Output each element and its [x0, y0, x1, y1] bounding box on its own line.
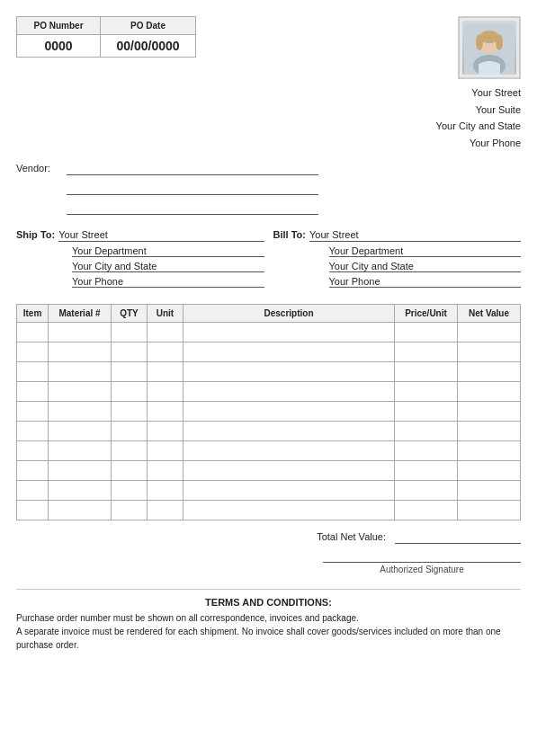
terms-title: TERMS AND CONDITIONS: [16, 597, 521, 608]
company-address: Your Street Your Suite Your City and Sta… [436, 84, 521, 152]
table-row [17, 440, 521, 460]
svg-point-5 [496, 34, 503, 50]
header-section: PO Number PO Date 0000 00/00/0000 [16, 16, 521, 152]
bill-to-city-state: Your City and State [329, 261, 522, 272]
company-suite: Your Suite [436, 102, 521, 119]
total-row: Total Net Value: [16, 529, 521, 544]
total-label: Total Net Value: [317, 531, 386, 542]
terms-line1: Purchase order number must be shown on a… [16, 611, 521, 625]
vendor-line-1[interactable] [67, 161, 318, 175]
vendor-section: Vendor: [16, 161, 521, 215]
ship-to-block: Ship To: Your Street Your Department You… [16, 229, 264, 291]
table-row [17, 361, 521, 381]
po-number-table: PO Number PO Date 0000 00/00/0000 [16, 16, 196, 58]
bill-to-department: Your Department [329, 245, 522, 257]
ship-to-department: Your Department [72, 245, 264, 257]
col-header-material: Material # [49, 304, 112, 322]
ship-to-phone: Your Phone [72, 276, 264, 288]
signature-line [323, 562, 521, 563]
po-date-value: 00/00/0000 [101, 35, 196, 58]
col-header-price: Price/Unit [395, 304, 458, 322]
table-row [17, 322, 521, 342]
vendor-label: Vendor: [16, 161, 61, 173]
col-header-unit: Unit [148, 304, 183, 322]
col-header-item: Item [17, 304, 49, 322]
company-street: Your Street [436, 84, 521, 102]
vendor-line-3[interactable] [67, 200, 318, 215]
items-table: Item Material # QTY Unit Description Pri… [16, 304, 521, 520]
po-number-header: PO Number [17, 17, 101, 35]
bill-to-phone: Your Phone [329, 276, 522, 288]
signature-label: Authorized Signature [323, 565, 521, 574]
po-date-header: PO Date [101, 17, 196, 35]
ship-to-street: Your Street [58, 229, 264, 242]
company-city-state: Your City and State [436, 118, 521, 135]
terms-line2: A separate invoice must be rendered for … [16, 625, 521, 652]
po-number-value: 0000 [17, 35, 101, 58]
bill-to-block: Bill To: Your Street Your Department You… [273, 229, 522, 291]
table-row [17, 421, 521, 440]
col-header-net: Net Value [458, 304, 521, 322]
table-row [17, 381, 521, 401]
bill-to-street: Your Street [309, 229, 521, 242]
company-info-block: Your Street Your Suite Your City and Sta… [436, 16, 521, 152]
svg-point-4 [476, 34, 483, 50]
address-section: Ship To: Your Street Your Department You… [16, 229, 521, 291]
bill-to-label: Bill To: [273, 229, 306, 240]
vendor-line-2[interactable] [67, 181, 318, 195]
col-header-description: Description [183, 304, 395, 322]
table-row [17, 480, 521, 500]
table-row [17, 401, 521, 421]
ship-to-label: Ship To: [16, 229, 55, 240]
col-header-qty: QTY [112, 304, 148, 322]
ship-to-city-state: Your City and State [72, 261, 264, 272]
table-row [17, 342, 521, 361]
company-photo [458, 16, 521, 79]
table-row [17, 500, 521, 520]
terms-section: TERMS AND CONDITIONS: Purchase order num… [16, 589, 521, 652]
vendor-fields [67, 161, 318, 215]
table-row [17, 460, 521, 480]
signature-section: Authorized Signature [16, 562, 521, 574]
total-value-field [395, 529, 521, 544]
company-phone: Your Phone [436, 135, 521, 152]
